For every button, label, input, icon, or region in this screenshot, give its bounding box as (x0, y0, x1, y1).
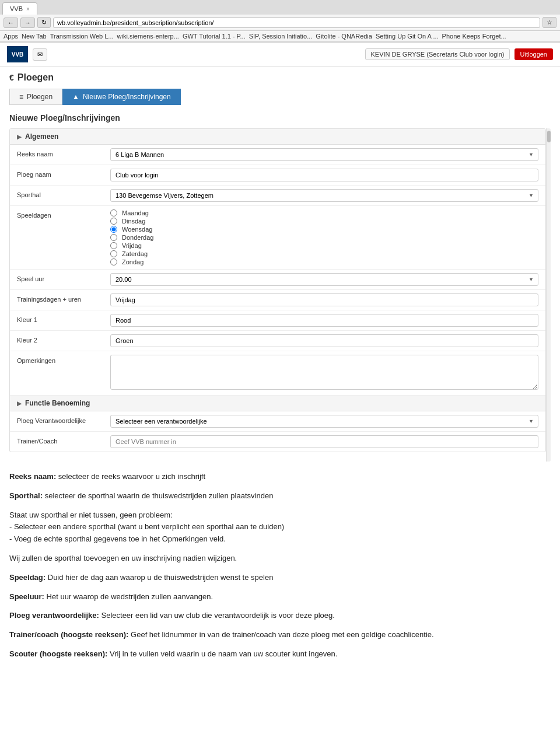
day-radio-zaterdag[interactable] (110, 250, 117, 257)
reeks-select[interactable]: 6 Liga B Mannen (110, 148, 538, 161)
day-label-vrijdag: Vrijdag (122, 242, 142, 249)
tab-nieuwe-ploeg[interactable]: ▲ Nieuwe Ploeg/Inschrijvingen (62, 89, 181, 105)
help-verantwoordelijke: Ploeg verantwoordelijke: Selecteer een l… (9, 610, 551, 622)
arrow-icon: ▶ (17, 134, 22, 140)
algemeen-label: Algemeen (25, 132, 58, 141)
kleur1-input[interactable] (110, 314, 538, 327)
help-sporthal: Sporthal: selecteer de sporthal waarin d… (9, 490, 551, 502)
day-label-woensdag: Woensdag (122, 226, 152, 233)
verantwoordelijke-select[interactable]: Selecteer een verantwoordelijke (110, 415, 538, 428)
reeks-row: Reeks naam 6 Liga B Mannen (10, 145, 545, 165)
kleur2-row: Kleur 2 (10, 331, 545, 351)
bookmark-wiki[interactable]: wiki.siemens-enterp... (117, 33, 179, 40)
speeluur-row: Speel uur 20.00 (10, 270, 545, 290)
help-speeluur-term: Speeluur: (9, 592, 44, 601)
trainingen-field (110, 293, 538, 306)
forward-button[interactable]: → (20, 18, 35, 28)
opmerkingen-textarea[interactable] (110, 355, 538, 390)
help-sporthal-text: selecteer de sporthal waarin de thuiswed… (45, 491, 274, 500)
nav-tabs: ≡ Ploegen ▲ Nieuwe Ploeg/Inschrijvingen (9, 89, 551, 105)
envelope-button[interactable]: ✉ (33, 48, 47, 61)
help-staat-text: Staat uw sporthal er niet tussen, geen p… (9, 511, 173, 519)
browser-tab[interactable]: VVB × (2, 2, 37, 15)
day-radio-maandag[interactable] (110, 209, 117, 216)
day-radio-woensdag[interactable] (110, 226, 117, 233)
verantwoordelijke-select-wrapper: Selecteer een verantwoordelijke (110, 415, 538, 428)
back-button[interactable]: ← (4, 18, 18, 28)
bookmark-new-tab[interactable]: New Tab (22, 33, 47, 40)
trainer-input[interactable] (110, 435, 538, 448)
day-radio-donderdag[interactable] (110, 234, 117, 241)
speeluur-select[interactable]: 20.00 (110, 273, 538, 286)
bookmark-phone[interactable]: Phone Keeps Forget... (442, 33, 506, 40)
toolbar-icons: ✉ (33, 48, 47, 61)
kleur2-field (110, 334, 538, 347)
trainingen-label: Trainingsdagen + uren (17, 293, 110, 303)
refresh-button[interactable]: ↻ (37, 17, 51, 28)
bookmark-gwt[interactable]: GWT Tutorial 1.1 - P... (183, 33, 246, 40)
tab-title: VVB (10, 5, 23, 12)
help-wij-text: Wij zullen de sporthal toevoegen en uw i… (9, 554, 237, 562)
help-reeks: Reeks naam: selecteer de reeks waarvoor … (9, 471, 551, 483)
ploeg-row: Ploeg naam (10, 165, 545, 186)
functie-section-header[interactable]: ▶ Functie Benoeming (10, 396, 545, 411)
user-info: KEVIN DE GRYSE (Secretaris Club voor log… (365, 48, 553, 60)
help-sporthal-term: Sporthal: (9, 491, 43, 500)
page-header: € Ploegen (9, 72, 551, 83)
help-wij: Wij zullen de sporthal toevoegen en uw i… (9, 553, 551, 565)
verantwoordelijke-label: Ploeg Verantwoordelijke (17, 415, 110, 424)
sporthal-row: Sporthal 130 Bevegemse Vijvers, Zottegem (10, 186, 545, 206)
help-scouter-text: Vrij in te vullen veld waarin u de naam … (110, 649, 337, 658)
address-bar[interactable] (53, 18, 540, 28)
star-icon[interactable]: ☆ (542, 17, 556, 28)
day-label-donderdag: Donderdag (122, 234, 153, 241)
day-radio-dinsdag[interactable] (110, 218, 117, 225)
form-outer: ▶ Algemeen Reeks naam 6 Liga B Mannen (9, 128, 551, 462)
day-radio-vrijdag[interactable] (110, 242, 117, 249)
speeldagen-row: Speeldagen Maandag Dinsdag (10, 206, 545, 270)
sporthal-select-wrapper: 130 Bevegemse Vijvers, Zottegem (110, 189, 538, 202)
opmerkingen-field (110, 355, 538, 392)
help-staat: Staat uw sporthal er niet tussen, geen p… (9, 509, 551, 546)
logout-button[interactable]: Uitloggen (514, 48, 553, 60)
day-row-maandag: Maandag (110, 209, 538, 216)
trainer-label: Trainer/Coach (17, 435, 110, 445)
tab-ploegen-label: Ploegen (27, 93, 52, 101)
page-title: Ploegen (18, 72, 54, 83)
day-row-donderdag: Donderdag (110, 234, 538, 241)
algemeen-section-header[interactable]: ▶ Algemeen (10, 129, 545, 145)
tab-ploegen[interactable]: ≡ Ploegen (9, 89, 62, 105)
tab-close-icon[interactable]: × (26, 6, 30, 12)
help-reeks-text: selecteer de reeks waarvoor u zich insch… (58, 472, 205, 481)
verantwoordelijke-field: Selecteer een verantwoordelijke (110, 415, 538, 428)
ploeg-input[interactable] (110, 169, 538, 181)
bookmark-apps[interactable]: Apps (4, 33, 18, 40)
functie-arrow-icon: ▶ (17, 400, 22, 407)
help-section: Reeks naam: selecteer de reeks waarvoor … (9, 462, 551, 677)
kleur2-input[interactable] (110, 334, 538, 347)
day-label-maandag: Maandag (122, 209, 149, 216)
kleur1-row: Kleur 1 (10, 310, 545, 331)
help-verantwoordelijke-text: Selecteer een lid van uw club die verant… (102, 611, 335, 620)
section-title: Nieuwe Ploeg/Inschrijvingen (9, 113, 551, 123)
day-row-zondag: Zondag (110, 258, 538, 265)
logo-text: VVB (12, 51, 24, 58)
logo-box: VVB (7, 46, 28, 62)
scrollbar-thumb (547, 131, 551, 142)
sporthal-select[interactable]: 130 Bevegemse Vijvers, Zottegem (110, 189, 538, 202)
day-radio-zondag[interactable] (110, 258, 117, 265)
speeldagen-field: Maandag Dinsdag Woensdag (110, 209, 538, 265)
bookmark-gitolite[interactable]: Gitolite - QNARedia (316, 33, 372, 40)
bookmark-transmission[interactable]: Transmission Web L... (50, 33, 114, 40)
bookmark-git[interactable]: Setting Up Git On A ... (376, 33, 439, 40)
bookmark-sip[interactable]: SIP, Session Initiatio... (249, 33, 313, 40)
day-row-woensdag: Woensdag (110, 226, 538, 233)
day-label-zondag: Zondag (122, 258, 144, 265)
help-reeks-term: Reeks naam: (9, 472, 56, 481)
form-scrollbar[interactable] (546, 128, 551, 462)
ploeg-label: Ploeg naam (17, 169, 110, 178)
trainingen-input[interactable] (110, 293, 538, 306)
help-trainer-text: Geef het lidnummer in van de trainer/coa… (131, 630, 434, 639)
bookmarks-bar: Apps New Tab Transmission Web L... wiki.… (0, 31, 560, 42)
opmerkingen-row: Opmerkingen (10, 351, 545, 396)
